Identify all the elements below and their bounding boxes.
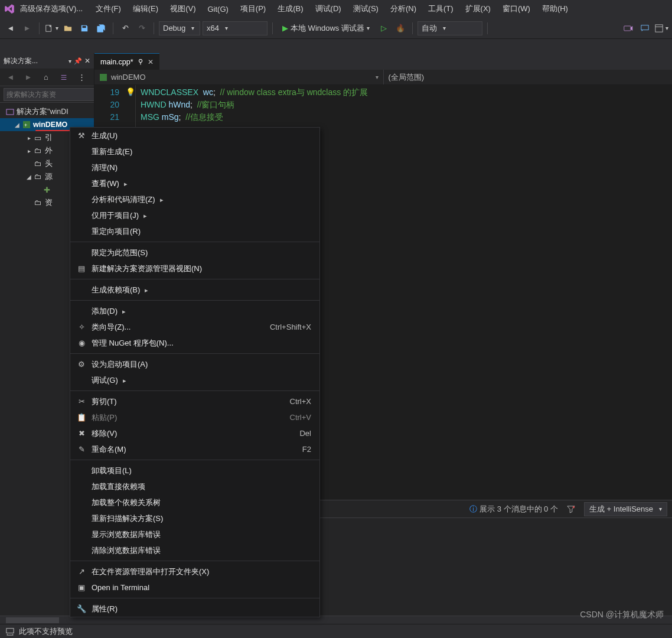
platform-dropdown[interactable]: x64: [203, 21, 268, 35]
menu-item[interactable]: 视图(V): [164, 2, 201, 16]
context-menu-item[interactable]: ▣Open in Terminal: [70, 580, 319, 595]
context-menu-item[interactable]: 重定向项目(R): [70, 223, 319, 239]
menu-item[interactable]: 调试(D): [309, 2, 347, 16]
error-source-dropdown[interactable]: 生成 + IntelliSense: [584, 502, 667, 516]
project-label: winDEMO: [33, 121, 67, 129]
close-icon[interactable]: ✕: [148, 58, 154, 66]
scrollbar-thumb[interactable]: [6, 617, 59, 623]
context-menu-item[interactable]: 分析和代码清理(Z): [70, 191, 319, 207]
panel-options-icon[interactable]: [66, 57, 71, 65]
terminal-icon: ▣: [75, 583, 88, 592]
svg-rect-3: [655, 24, 662, 31]
context-menu-item[interactable]: ✎重命名(M)F2: [70, 441, 319, 457]
context-menu-item[interactable]: 卸载项目(L): [70, 463, 319, 479]
expand-icon[interactable]: ◢: [14, 122, 20, 128]
separator: [487, 22, 488, 34]
svg-rect-5: [6, 109, 14, 115]
crumb-project[interactable]: winDEMO ▾: [94, 70, 383, 84]
solution-root[interactable]: 解决方案"winDI: [0, 105, 94, 118]
solution-search-input[interactable]: [4, 88, 94, 101]
context-menu-item[interactable]: ⚙设为启动项目(A): [70, 356, 319, 372]
context-menu-item[interactable]: 添加(D): [70, 303, 319, 319]
context-menu-item[interactable]: 清理(N): [70, 160, 319, 175]
undo-icon[interactable]: ↶: [118, 21, 132, 35]
auto-dropdown[interactable]: 自动: [417, 21, 482, 35]
context-menu-item[interactable]: 显示浏览数据库错误: [70, 526, 319, 542]
solution-toolbar: ◄ ► ⌂ ⋮: [0, 69, 94, 86]
config-dropdown[interactable]: Debug: [159, 21, 200, 35]
open-icon[interactable]: [61, 21, 75, 35]
menu-item[interactable]: 帮助(H): [536, 2, 574, 16]
context-menu-item[interactable]: 查看(W): [70, 175, 319, 191]
toolbar: ◄ ► ↶ ↷ Debug x64 ▶ 本地 Windows 调试器 ▾ ▷ 🔥…: [0, 18, 672, 39]
tab-main-cpp[interactable]: main.cpp* ⚲ ✕: [94, 53, 159, 70]
menu-item[interactable]: 分析(N): [384, 2, 422, 16]
context-menu-item[interactable]: 🔧属性(R): [70, 601, 319, 617]
feedback-icon[interactable]: [638, 21, 652, 35]
menu-item[interactable]: 工具(T): [422, 2, 459, 16]
shortcut-label: Ctrl+Shift+X: [270, 323, 311, 331]
menu-item[interactable]: 生成(B): [272, 2, 309, 16]
redo-icon: ↷: [135, 21, 149, 35]
more-icon[interactable]: ⋮: [74, 70, 89, 84]
expand-icon[interactable]: ▸: [26, 135, 32, 141]
context-menu-item[interactable]: ✂剪切(T)Ctrl+X: [70, 393, 319, 409]
menu-item[interactable]: Git(G): [201, 3, 234, 15]
pin-icon[interactable]: 📌: [74, 57, 82, 65]
context-menu-item[interactable]: ◉管理 NuGet 程序包(N)...: [70, 335, 319, 351]
save-icon[interactable]: [77, 21, 92, 35]
folder-icon: 🗀: [34, 198, 43, 207]
context-menu-item[interactable]: 加载整个依赖关系树: [70, 494, 319, 510]
wizard-icon: ✧: [75, 323, 88, 331]
context-menu-item[interactable]: ✧类向导(Z)...Ctrl+Shift+X: [70, 319, 319, 335]
tree-label: 引: [45, 133, 53, 143]
context-menu-item[interactable]: ⚒生成(U): [70, 128, 319, 144]
context-menu-item[interactable]: 重新生成(E): [70, 144, 319, 160]
context-menu-item[interactable]: 加载直接依赖项: [70, 479, 319, 494]
context-menu-item[interactable]: 清除浏览数据库错误: [70, 542, 319, 558]
shortcut-label: F2: [302, 445, 311, 454]
pin-icon[interactable]: ⚲: [138, 58, 143, 66]
new-item-icon[interactable]: [44, 21, 58, 35]
menu-item[interactable]: 窗口(W): [497, 2, 536, 16]
context-menu-label: 分析和代码清理(Z): [88, 194, 311, 205]
context-menu-item[interactable]: ▤新建解决方案资源管理器视图(N): [70, 261, 319, 276]
sync-icon[interactable]: [57, 70, 71, 84]
live-share-icon[interactable]: [621, 21, 635, 35]
expand-icon[interactable]: ◢: [26, 174, 32, 180]
lightbulb-icon[interactable]: 💡: [126, 86, 135, 98]
context-menu-item[interactable]: 限定为此范围(S): [70, 245, 319, 261]
status-text: 此项不支持预览: [19, 626, 73, 637]
play-no-debug-icon[interactable]: ▷: [377, 21, 391, 35]
run-button[interactable]: ▶ 本地 Windows 调试器 ▾: [278, 21, 374, 36]
context-menu-label: 剪切(T): [88, 396, 290, 407]
back-icon: ◄: [4, 70, 18, 84]
menu-item[interactable]: 项目(P): [234, 2, 272, 16]
solution-panel-header[interactable]: 解决方案... 📌 ✕: [0, 53, 94, 69]
menu-item[interactable]: 编辑(E): [127, 2, 164, 16]
context-menu-label: 新建解决方案资源管理器视图(N): [88, 263, 311, 274]
save-all-icon[interactable]: [94, 21, 108, 35]
window-layout-icon[interactable]: [654, 21, 668, 35]
context-menu-item[interactable]: ✖移除(V)Del: [70, 425, 319, 441]
context-menu-item[interactable]: 仅用于项目(J): [70, 207, 319, 223]
menu-item[interactable]: 扩展(X): [459, 2, 497, 16]
context-menu-item[interactable]: 调试(G): [70, 372, 319, 388]
run-label: 本地 Windows 调试器: [291, 23, 364, 34]
svg-text:+: +: [24, 122, 27, 128]
close-icon[interactable]: ✕: [84, 57, 90, 65]
crumb-label: (全局范围): [389, 72, 425, 83]
menu-item[interactable]: 测试(S): [347, 2, 384, 16]
nav-back-icon[interactable]: ◄: [4, 21, 18, 35]
filter-icon[interactable]: [564, 502, 578, 516]
context-menu-item[interactable]: ↗在文件资源管理器中打开文件夹(X): [70, 564, 319, 580]
home-icon[interactable]: ⌂: [39, 70, 53, 84]
remove-icon: ✖: [75, 429, 88, 438]
separator: [113, 22, 113, 34]
solution-icon: [6, 108, 14, 116]
expand-icon[interactable]: ▸: [26, 148, 32, 154]
menu-item[interactable]: 文件(F): [90, 2, 127, 16]
context-menu-item[interactable]: 生成依赖项(B): [70, 282, 319, 298]
crumb-scope[interactable]: (全局范围): [383, 70, 673, 84]
context-menu-item[interactable]: 重新扫描解决方案(S): [70, 510, 319, 526]
